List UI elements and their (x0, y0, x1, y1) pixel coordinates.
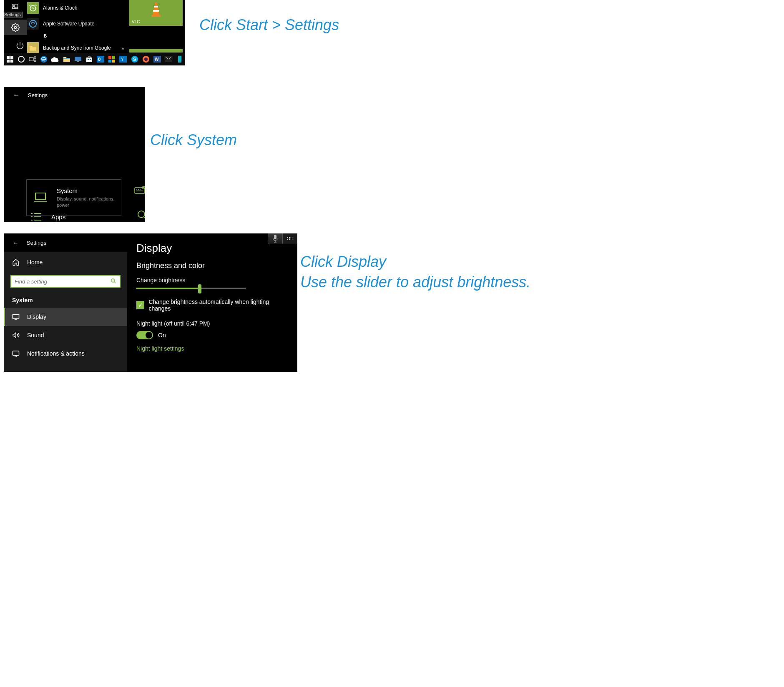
brightness-label: Change brightness (136, 277, 288, 283)
svg-rect-9 (7, 56, 10, 59)
night-light-toggle[interactable] (136, 331, 153, 339)
slider-thumb[interactable] (198, 284, 201, 293)
notifications-icon (12, 350, 20, 357)
system-title: System (57, 187, 119, 194)
search-input-wrapper[interactable] (10, 275, 121, 288)
svg-rect-27 (108, 56, 111, 59)
svg-rect-22 (88, 59, 89, 60)
search-icon[interactable] (111, 278, 116, 285)
power-icon[interactable] (14, 40, 26, 51)
app-alarms[interactable]: Alarms & Clock (27, 0, 129, 16)
caption-step-2: Click System (150, 130, 237, 150)
svg-point-2 (15, 26, 17, 28)
checkbox-checked[interactable]: ✓ (136, 301, 144, 309)
app-label: Alarms & Clock (43, 5, 77, 11)
home-label: Home (27, 259, 43, 266)
tile-partial[interactable] (129, 49, 183, 53)
slider-track-rest (200, 288, 246, 289)
svg-text:S: S (133, 57, 136, 62)
caption-step-1: Click Start > Settings (199, 15, 339, 35)
svg-rect-14 (29, 58, 33, 61)
svg-text:W: W (155, 57, 159, 62)
system-subtitle: Display, sound, notifications, power (57, 196, 119, 208)
taskbar-app-icon[interactable] (175, 54, 185, 65)
sidebar-item-label: Notifications & actions (27, 350, 85, 357)
settings-tooltip: Settings (4, 12, 23, 18)
settings-sidebar: ← Settings Home System Display Sound Not… (4, 233, 127, 372)
search-icon-partial[interactable] (137, 210, 145, 221)
apps-title: Apps (51, 213, 65, 221)
skype-icon[interactable]: S (129, 54, 140, 65)
start-menu-tiles: VLC (129, 0, 185, 53)
file-explorer-icon[interactable] (61, 54, 72, 65)
settings-title: Settings (28, 92, 48, 98)
onedrive-icon[interactable] (50, 54, 60, 65)
settings-home-screenshot: ← Settings System Display, sound, notifi… (4, 87, 145, 222)
speech-state: Off (282, 233, 297, 244)
apps-list-icon (30, 212, 42, 221)
sidebar-item-label: Display (27, 313, 46, 320)
sidebar-item-notifications[interactable]: Notifications & actions (4, 344, 127, 363)
store-icon[interactable] (84, 54, 94, 65)
display-icon (12, 314, 20, 320)
svg-rect-15 (34, 57, 36, 58)
settings-button[interactable] (4, 20, 27, 35)
settings-header: ← Settings (4, 87, 145, 103)
brightness-slider[interactable] (136, 288, 246, 289)
mail-icon[interactable] (163, 54, 174, 65)
toggle-state: On (158, 332, 166, 338)
microsoft-logo-icon[interactable] (107, 54, 117, 65)
back-icon[interactable]: ← (13, 240, 18, 246)
settings-tile-system[interactable]: System Display, sound, notifications, po… (26, 179, 121, 216)
vlc-cone-icon (150, 2, 162, 18)
app-section-letter[interactable]: B (27, 32, 129, 40)
devices-icon[interactable] (134, 186, 145, 198)
settings-header: ← Settings (4, 233, 127, 252)
svg-rect-42 (135, 188, 145, 193)
search-input[interactable] (15, 278, 111, 285)
svg-rect-18 (63, 58, 70, 59)
start-menu-app-list: Alarms & Clock Apple Software Update B B… (27, 0, 129, 56)
back-icon[interactable]: ← (13, 91, 20, 99)
start-button[interactable] (5, 54, 15, 65)
svg-rect-61 (274, 235, 276, 239)
app-label: Backup and Sync from Google (43, 45, 111, 51)
edge-icon[interactable] (39, 54, 49, 65)
home-icon (12, 258, 20, 266)
alarms-icon (27, 2, 39, 14)
svg-rect-40 (178, 56, 181, 63)
task-view-icon[interactable] (27, 54, 38, 65)
pictures-icon[interactable] (9, 1, 21, 13)
remote-desktop-icon[interactable] (73, 54, 83, 65)
app-apple-update[interactable]: Apple Software Update (27, 16, 129, 32)
svg-rect-8 (151, 15, 161, 17)
sidebar-item-sound[interactable]: Sound (4, 326, 127, 344)
speech-widget[interactable]: Off (268, 233, 297, 244)
outlook-icon[interactable] (95, 54, 106, 65)
svg-point-36 (144, 58, 148, 61)
chevron-down-icon[interactable]: ⌄ (121, 45, 125, 51)
tile-label: VLC (132, 20, 140, 24)
section-heading: Brightness and color (136, 261, 288, 270)
microphone-icon (268, 234, 282, 243)
firefox-icon[interactable] (141, 54, 151, 65)
svg-rect-60 (13, 351, 19, 356)
settings-tile-apps[interactable]: Apps (30, 212, 65, 221)
svg-rect-28 (112, 56, 115, 59)
taskbar: Y S W (4, 53, 185, 65)
yammer-icon[interactable]: Y (118, 54, 128, 65)
display-settings-screenshot: ← Settings Home System Display Sound Not… (4, 233, 297, 372)
svg-rect-23 (90, 59, 91, 60)
cortana-icon[interactable] (16, 54, 26, 65)
svg-point-26 (99, 58, 100, 60)
tile-vlc[interactable]: VLC (129, 0, 183, 26)
svg-rect-6 (154, 6, 158, 8)
settings-title: Settings (27, 240, 46, 246)
word-icon[interactable]: W (152, 54, 162, 65)
auto-brightness-row[interactable]: ✓ Change brightness automatically when l… (136, 298, 288, 312)
auto-brightness-label: Change brightness automatically when lig… (148, 298, 288, 312)
sidebar-item-display[interactable]: Display (4, 308, 127, 326)
app-label: Apple Software Update (43, 21, 94, 27)
sidebar-home[interactable]: Home (4, 252, 127, 273)
night-light-settings-link[interactable]: Night light settings (136, 345, 288, 352)
